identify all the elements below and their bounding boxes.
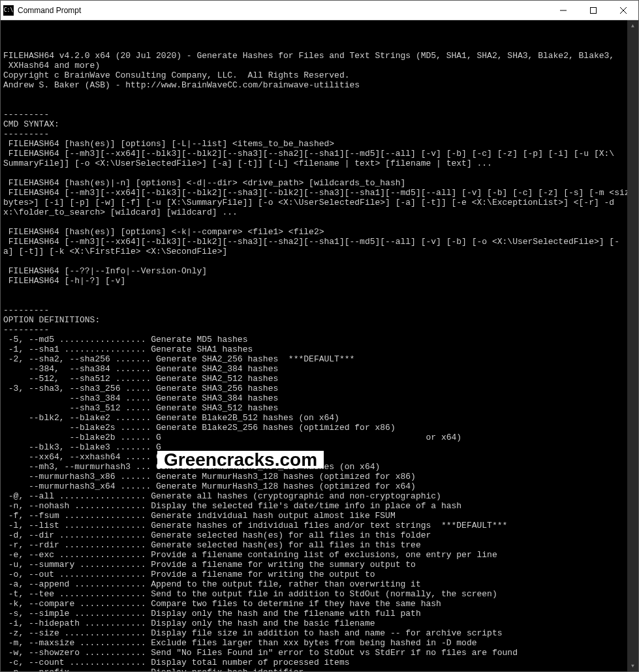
syntax-line: a] [-t]] [-k <X:\FirstFile> <X:\SecondFi…: [3, 247, 227, 256]
option-row: --sha3_512 ..... Generate SHA3_512 hashe…: [3, 403, 278, 413]
syntax-line: FILEHASH64 [--mh3][--xx64][--blk3][--blk…: [3, 237, 619, 247]
option-row: -w, --showzero ............ Send "No Fil…: [3, 648, 518, 658]
vertical-scrollbar[interactable]: ▲ ▼: [627, 20, 638, 671]
option-row: --blake2b ...... G or x64): [3, 433, 461, 442]
svg-rect-1: [591, 7, 597, 13]
header-line2: XXHash64 and more): [3, 61, 100, 70]
option-row: -c, --count ............... Display tota…: [3, 658, 350, 667]
scrollbar-track[interactable]: [627, 31, 638, 660]
app-icon: C:\: [3, 5, 14, 16]
syntax-line: FILEHASH64 [hash(es)] [options] [-L|--li…: [3, 139, 334, 149]
syntax-line: FILEHASH64 [hash(es)|-n] [options] <-d|-…: [3, 178, 405, 188]
header-author: Andrew S. Baker (ASB) - http://www.Brain…: [3, 80, 360, 90]
maximize-button[interactable]: [578, 1, 608, 20]
minimize-button[interactable]: [548, 1, 578, 20]
option-row: --blk2, --blake2 ....... Generate Blake2…: [3, 413, 339, 423]
option-row: -p, --prefix .............. Display pref…: [3, 667, 304, 671]
syntax-line: bytes>] [-i] [-p] [-w] [-f] [-u [X:\Summ…: [3, 198, 619, 207]
window-controls: [548, 1, 638, 20]
separator: ---------: [3, 110, 49, 119]
option-row: --384, --sha384 ....... Generate SHA2_38…: [3, 364, 278, 374]
option-row: -@, --all ................. Generate all…: [3, 491, 441, 501]
separator: ---------: [3, 305, 49, 315]
option-row: -f, --fsum ................ Generate ind…: [3, 511, 396, 521]
option-row: --512, --sha512 ....... Generate SHA2_51…: [3, 374, 278, 384]
option-row: -2, --sha2, --sha256 ....... Generate SH…: [3, 354, 354, 364]
syntax-line: SummaryFile]] [-o <X:\UserSelectedFile>]…: [3, 159, 492, 168]
options-title: OPTION DEFINITIONS:: [3, 315, 100, 325]
option-row: --xx64, --xxhash64 ..... G: [3, 452, 161, 462]
header-copyright: Copyright c BrainWave Consulting Company…: [3, 70, 350, 80]
option-row: -e, --exc ................. Provide a fi…: [3, 550, 497, 560]
option-row: -a, --append .............. Append to th…: [3, 579, 421, 589]
option-row: -u, --summary ............. Provide a fi…: [3, 560, 416, 570]
syntax-line: FILEHASH64 [-h|-?] [-v]: [3, 276, 125, 286]
titlebar: C:\ Command Prompt: [1, 1, 638, 20]
scroll-down-arrow[interactable]: ▼: [627, 660, 638, 671]
option-row: --sha3_384 ..... Generate SHA3_384 hashe…: [3, 393, 278, 403]
option-row: -1, --sha1 ................ Generate SHA…: [3, 344, 253, 354]
option-row: -i, --hidepath ............ Display only…: [3, 619, 375, 628]
option-row: --murmurhash3_x64 ...... Generate Murmur…: [3, 481, 416, 491]
terminal-area[interactable]: FILEHASH64 v4.2.0 x64 (20 Jul 2020) - Ge…: [1, 20, 638, 671]
header-line1: FILEHASH64 v4.2.0 x64 (20 Jul 2020) - Ge…: [3, 51, 614, 61]
option-row: -n, --nohash .............. Display the …: [3, 501, 461, 511]
syntax-line: FILEHASH64 [--mh3][--xx64][--blk3][--blk…: [3, 149, 614, 159]
separator: ---------: [3, 325, 49, 335]
option-row: -3, --sha3, --sha3_256 ..... Generate SH…: [3, 384, 278, 393]
option-row: --blk3, --blake3 ....... G: [3, 442, 161, 452]
terminal-output: FILEHASH64 v4.2.0 x64 (20 Jul 2020) - Ge…: [3, 41, 636, 671]
option-row: -d, --dir ................. Generate sel…: [3, 530, 431, 540]
option-row: --blake2s ...... Generate Blake2S_256 ha…: [3, 423, 396, 433]
option-row: -r, --rdir ................ Generate sel…: [3, 540, 421, 550]
option-row: -o, --out ................. Provide a fi…: [3, 570, 375, 579]
syntax-line: FILEHASH64 [--??|--Info|--Version-Only]: [3, 266, 207, 276]
option-row: --murmurhash3_x86 ...... Generate Murmur…: [3, 472, 416, 481]
command-prompt-window: C:\ Command Prompt FILEHASH64 v4.2.0 x64…: [0, 0, 639, 672]
syntax-line: x:\folder_to_search> [wildcard] [wildcar…: [3, 207, 238, 217]
option-row: -s, --simple .............. Display only…: [3, 609, 421, 619]
syntax-line: FILEHASH64 [--mh3][--xx64][--blk3][--blk…: [3, 188, 638, 198]
window-title: Command Prompt: [18, 6, 548, 15]
option-row: -m, --maxsize ............. Exclude file…: [3, 638, 477, 648]
option-row: -5, --md5 ................. Generate MD5…: [3, 335, 247, 344]
option-row: -t, --tee ................. Send to the …: [3, 589, 497, 599]
option-row: -l, --list ................ Generate has…: [3, 521, 507, 530]
option-row: -z, --size ................ Display file…: [3, 628, 503, 638]
syntax-title: CMD SYNTAX:: [3, 119, 59, 129]
separator: ---------: [3, 129, 49, 139]
scroll-up-arrow[interactable]: ▲: [627, 20, 638, 31]
close-button[interactable]: [608, 1, 638, 20]
option-row: -k, --compare ............. Compare two …: [3, 599, 441, 609]
watermark-overlay: Greencracks.com: [157, 451, 324, 468]
syntax-line: FILEHASH64 [hash(es)] [options] <-k|--co…: [3, 227, 324, 237]
